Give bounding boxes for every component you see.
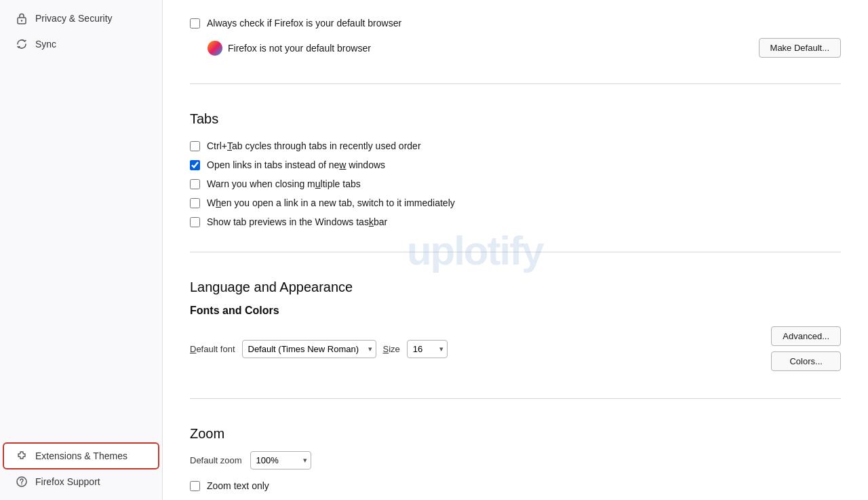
sidebar-item-extensions-themes[interactable]: Extensions & Themes — [4, 444, 158, 468]
svg-point-3 — [21, 484, 22, 485]
ctrl-tab-label: Ctrl+Tab cycles through tabs in recently… — [207, 140, 421, 151]
size-select-wrapper: 16 — [407, 340, 448, 358]
open-links-tabs-checkbox[interactable] — [190, 160, 200, 170]
switch-new-tab-checkbox[interactable] — [190, 198, 200, 208]
divider-3 — [190, 398, 841, 399]
sync-icon — [15, 37, 28, 51]
sidebar-item-firefox-support[interactable]: Firefox Support — [4, 469, 158, 494]
warn-closing-label: Warn you when closing multiple tabs — [207, 178, 361, 189]
sidebar-item-sync[interactable]: Sync — [4, 32, 158, 56]
tab-previews-row: Show tab previews in the Windows taskbar — [190, 212, 841, 231]
always-check-label: Always check if Firefox is your default … — [207, 18, 401, 28]
svg-point-1 — [21, 20, 22, 21]
always-check-checkbox[interactable] — [190, 18, 200, 28]
main-content: Always check if Firefox is your default … — [163, 0, 868, 500]
zoom-select[interactable]: 80% 90% 100% 110% 120% 133% 150% — [250, 451, 311, 469]
sidebar-item-label: Extensions & Themes — [35, 450, 127, 461]
zoom-text-only-row: Zoom text only — [190, 476, 841, 495]
default-font-select[interactable]: Default (Times New Roman) — [242, 340, 376, 358]
zoom-section-title: Zoom — [190, 426, 841, 442]
zoom-text-only-checkbox[interactable] — [190, 481, 200, 491]
default-browser-row: Firefox is not your default browser Make… — [190, 33, 841, 63]
switch-new-tab-label: When you open a link in a new tab, switc… — [207, 197, 455, 208]
firefox-icon — [208, 41, 222, 56]
default-font-select-wrapper: Default (Times New Roman) — [242, 340, 376, 358]
zoom-select-wrapper: 80% 90% 100% 110% 120% 133% 150% — [250, 451, 311, 469]
default-zoom-label: Default zoom — [190, 455, 242, 465]
sidebar-item-label: Firefox Support — [35, 476, 100, 487]
switch-new-tab-row: When you open a link in a new tab, switc… — [190, 193, 841, 212]
zoom-section: Zoom Default zoom 80% 90% 100% 110% 120%… — [190, 412, 841, 500]
ctrl-tab-checkbox[interactable] — [190, 141, 200, 151]
tabs-section-title: Tabs — [190, 111, 841, 127]
fonts-row: Default font Default (Times New Roman) S… — [190, 326, 841, 371]
sidebar-item-label: Sync — [35, 39, 56, 50]
advanced-button[interactable]: Advanced... — [771, 326, 841, 346]
language-appearance-section: Language and Appearance Fonts and Colors… — [190, 266, 841, 385]
warn-closing-checkbox[interactable] — [190, 179, 200, 189]
sidebar: Privacy & Security Sync Extensions & The… — [0, 0, 163, 500]
puzzle-icon — [15, 449, 28, 463]
divider-1 — [190, 83, 841, 84]
divider-2 — [190, 252, 841, 252]
sidebar-item-label: Privacy & Security — [35, 13, 113, 24]
size-label: Size — [383, 344, 400, 354]
language-appearance-title: Language and Appearance — [190, 280, 841, 295]
zoom-text-only-label: Zoom text only — [207, 480, 269, 491]
warn-closing-row: Warn you when closing multiple tabs — [190, 174, 841, 193]
default-font-label: Default font — [190, 344, 235, 354]
size-select[interactable]: 16 — [407, 340, 448, 358]
tab-previews-checkbox[interactable] — [190, 217, 200, 227]
font-buttons: Advanced... Colors... — [771, 326, 841, 371]
lock-icon — [15, 12, 28, 25]
ctrl-tab-row: Ctrl+Tab cycles through tabs in recently… — [190, 136, 841, 155]
colors-button[interactable]: Colors... — [771, 351, 841, 371]
help-icon — [15, 475, 28, 488]
zoom-row: Default zoom 80% 90% 100% 110% 120% 133%… — [190, 451, 841, 469]
tab-previews-label: Show tab previews in the Windows taskbar — [207, 216, 387, 227]
tabs-section: Tabs Ctrl+Tab cycles through tabs in rec… — [190, 98, 841, 238]
fonts-colors-title: Fonts and Colors — [190, 305, 841, 317]
open-links-tabs-label: Open links in tabs instead of new window… — [207, 159, 385, 170]
default-browser-section: Always check if Firefox is your default … — [190, 0, 841, 70]
open-links-tabs-row: Open links in tabs instead of new window… — [190, 155, 841, 174]
not-default-badge: Firefox is not your default browser — [208, 41, 751, 56]
sidebar-item-privacy-security[interactable]: Privacy & Security — [4, 6, 158, 31]
always-check-row: Always check if Firefox is your default … — [190, 14, 841, 33]
not-default-text: Firefox is not your default browser — [228, 43, 371, 54]
make-default-button[interactable]: Make Default... — [759, 38, 841, 58]
